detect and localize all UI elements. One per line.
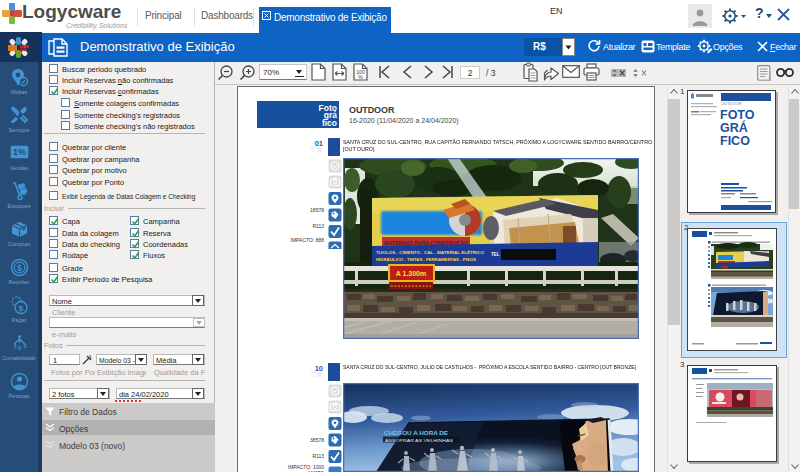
svg-text:$: $ <box>17 263 22 273</box>
svg-text:%: % <box>358 74 363 80</box>
svg-text:$: $ <box>14 343 17 349</box>
svg-text:FICO: FICO <box>720 134 750 148</box>
svg-text:$: $ <box>24 343 27 349</box>
svg-text:1%: 1% <box>13 147 26 157</box>
svg-text:TIJOLOS - CIMENTO - CAL - MATE: TIJOLOS - CIMENTO - CAL - MATERIAL ELÉTR… <box>376 250 484 255</box>
svg-text:$: $ <box>18 345 21 351</box>
svg-text:FOTO: FOTO <box>720 108 755 122</box>
svg-text:OUTDOOR: OUTDOOR <box>721 101 742 106</box>
svg-text:ASSOPRAR AS VELHINHAS: ASSOPRAR AS VELHINHAS <box>385 438 453 443</box>
svg-text:CHEGOU A HORA DE: CHEGOU A HORA DE <box>384 430 448 436</box>
svg-text:TEL: TEL <box>491 252 500 257</box>
svg-text:GRÁ: GRÁ <box>720 120 748 135</box>
svg-text:$: $ <box>19 304 24 313</box>
svg-text:HIDRÁULICO - TINTAS - FERRAMEN: HIDRÁULICO - TINTAS - FERRAMENTAS - PISO… <box>376 257 476 262</box>
svg-text:A 1.300m: A 1.300m <box>396 270 426 277</box>
